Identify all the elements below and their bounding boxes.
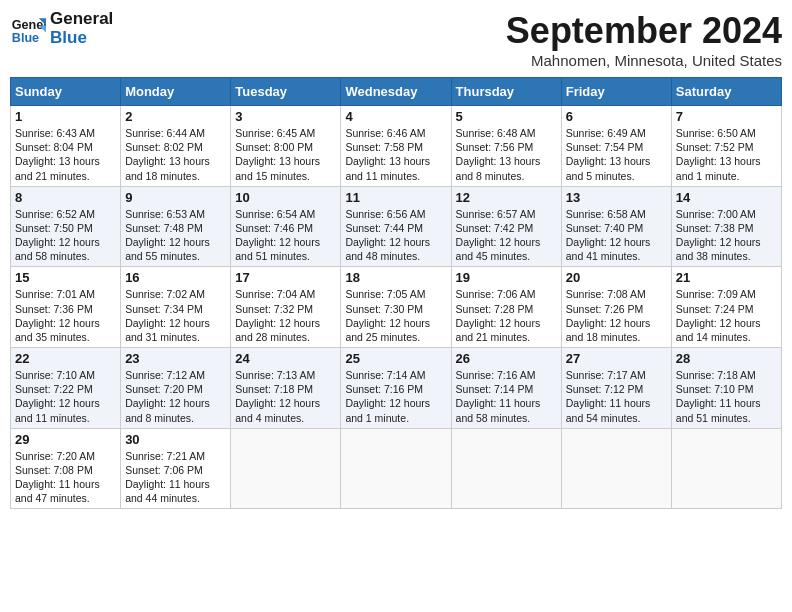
day-header-thursday: Thursday: [451, 78, 561, 106]
calendar-cell: 27Sunrise: 7:17 AM Sunset: 7:12 PM Dayli…: [561, 348, 671, 429]
day-number: 28: [676, 351, 777, 366]
day-info: Sunrise: 7:01 AM Sunset: 7:36 PM Dayligh…: [15, 287, 116, 344]
day-number: 24: [235, 351, 336, 366]
calendar-table: SundayMondayTuesdayWednesdayThursdayFrid…: [10, 77, 782, 509]
calendar-cell: 26Sunrise: 7:16 AM Sunset: 7:14 PM Dayli…: [451, 348, 561, 429]
logo-icon: General Blue: [10, 11, 46, 47]
calendar-cell: 29Sunrise: 7:20 AM Sunset: 7:08 PM Dayli…: [11, 428, 121, 509]
day-header-saturday: Saturday: [671, 78, 781, 106]
day-number: 21: [676, 270, 777, 285]
day-info: Sunrise: 7:21 AM Sunset: 7:06 PM Dayligh…: [125, 449, 226, 506]
day-info: Sunrise: 7:13 AM Sunset: 7:18 PM Dayligh…: [235, 368, 336, 425]
day-info: Sunrise: 7:04 AM Sunset: 7:32 PM Dayligh…: [235, 287, 336, 344]
calendar-cell: 28Sunrise: 7:18 AM Sunset: 7:10 PM Dayli…: [671, 348, 781, 429]
day-info: Sunrise: 7:06 AM Sunset: 7:28 PM Dayligh…: [456, 287, 557, 344]
calendar-cell: 15Sunrise: 7:01 AM Sunset: 7:36 PM Dayli…: [11, 267, 121, 348]
title-area: September 2024 Mahnomen, Minnesota, Unit…: [506, 10, 782, 69]
day-info: Sunrise: 7:08 AM Sunset: 7:26 PM Dayligh…: [566, 287, 667, 344]
day-number: 27: [566, 351, 667, 366]
day-number: 14: [676, 190, 777, 205]
day-number: 9: [125, 190, 226, 205]
calendar-header-row: SundayMondayTuesdayWednesdayThursdayFrid…: [11, 78, 782, 106]
day-number: 8: [15, 190, 116, 205]
day-info: Sunrise: 7:17 AM Sunset: 7:12 PM Dayligh…: [566, 368, 667, 425]
day-info: Sunrise: 7:00 AM Sunset: 7:38 PM Dayligh…: [676, 207, 777, 264]
calendar-cell: 23Sunrise: 7:12 AM Sunset: 7:20 PM Dayli…: [121, 348, 231, 429]
day-header-sunday: Sunday: [11, 78, 121, 106]
calendar-cell: 20Sunrise: 7:08 AM Sunset: 7:26 PM Dayli…: [561, 267, 671, 348]
day-number: 3: [235, 109, 336, 124]
day-info: Sunrise: 7:09 AM Sunset: 7:24 PM Dayligh…: [676, 287, 777, 344]
day-number: 12: [456, 190, 557, 205]
day-info: Sunrise: 6:56 AM Sunset: 7:44 PM Dayligh…: [345, 207, 446, 264]
calendar-cell: 1Sunrise: 6:43 AM Sunset: 8:04 PM Daylig…: [11, 106, 121, 187]
day-info: Sunrise: 6:57 AM Sunset: 7:42 PM Dayligh…: [456, 207, 557, 264]
calendar-cell: 5Sunrise: 6:48 AM Sunset: 7:56 PM Daylig…: [451, 106, 561, 187]
calendar-cell: 19Sunrise: 7:06 AM Sunset: 7:28 PM Dayli…: [451, 267, 561, 348]
calendar-cell: 9Sunrise: 6:53 AM Sunset: 7:48 PM Daylig…: [121, 186, 231, 267]
calendar-cell: 14Sunrise: 7:00 AM Sunset: 7:38 PM Dayli…: [671, 186, 781, 267]
calendar-cell: 3Sunrise: 6:45 AM Sunset: 8:00 PM Daylig…: [231, 106, 341, 187]
day-number: 16: [125, 270, 226, 285]
day-info: Sunrise: 6:45 AM Sunset: 8:00 PM Dayligh…: [235, 126, 336, 183]
calendar-cell: 12Sunrise: 6:57 AM Sunset: 7:42 PM Dayli…: [451, 186, 561, 267]
location: Mahnomen, Minnesota, United States: [506, 52, 782, 69]
calendar-cell: 4Sunrise: 6:46 AM Sunset: 7:58 PM Daylig…: [341, 106, 451, 187]
day-number: 11: [345, 190, 446, 205]
day-info: Sunrise: 7:16 AM Sunset: 7:14 PM Dayligh…: [456, 368, 557, 425]
calendar-cell: 2Sunrise: 6:44 AM Sunset: 8:02 PM Daylig…: [121, 106, 231, 187]
calendar-cell: 18Sunrise: 7:05 AM Sunset: 7:30 PM Dayli…: [341, 267, 451, 348]
day-header-monday: Monday: [121, 78, 231, 106]
day-info: Sunrise: 6:43 AM Sunset: 8:04 PM Dayligh…: [15, 126, 116, 183]
calendar-cell: 17Sunrise: 7:04 AM Sunset: 7:32 PM Dayli…: [231, 267, 341, 348]
day-number: 25: [345, 351, 446, 366]
day-header-tuesday: Tuesday: [231, 78, 341, 106]
day-number: 10: [235, 190, 336, 205]
day-info: Sunrise: 6:58 AM Sunset: 7:40 PM Dayligh…: [566, 207, 667, 264]
day-number: 22: [15, 351, 116, 366]
calendar-week-4: 22Sunrise: 7:10 AM Sunset: 7:22 PM Dayli…: [11, 348, 782, 429]
svg-text:Blue: Blue: [12, 30, 39, 44]
day-info: Sunrise: 7:10 AM Sunset: 7:22 PM Dayligh…: [15, 368, 116, 425]
day-info: Sunrise: 6:50 AM Sunset: 7:52 PM Dayligh…: [676, 126, 777, 183]
day-header-friday: Friday: [561, 78, 671, 106]
day-number: 26: [456, 351, 557, 366]
day-info: Sunrise: 6:49 AM Sunset: 7:54 PM Dayligh…: [566, 126, 667, 183]
calendar-week-5: 29Sunrise: 7:20 AM Sunset: 7:08 PM Dayli…: [11, 428, 782, 509]
day-info: Sunrise: 6:52 AM Sunset: 7:50 PM Dayligh…: [15, 207, 116, 264]
calendar-cell: 25Sunrise: 7:14 AM Sunset: 7:16 PM Dayli…: [341, 348, 451, 429]
day-info: Sunrise: 7:14 AM Sunset: 7:16 PM Dayligh…: [345, 368, 446, 425]
day-header-wednesday: Wednesday: [341, 78, 451, 106]
day-info: Sunrise: 7:05 AM Sunset: 7:30 PM Dayligh…: [345, 287, 446, 344]
day-number: 18: [345, 270, 446, 285]
month-title: September 2024: [506, 10, 782, 52]
day-number: 29: [15, 432, 116, 447]
calendar-cell: 22Sunrise: 7:10 AM Sunset: 7:22 PM Dayli…: [11, 348, 121, 429]
day-number: 23: [125, 351, 226, 366]
calendar-cell: [231, 428, 341, 509]
logo: General Blue General Blue: [10, 10, 113, 47]
calendar-week-2: 8Sunrise: 6:52 AM Sunset: 7:50 PM Daylig…: [11, 186, 782, 267]
day-number: 7: [676, 109, 777, 124]
calendar-cell: 11Sunrise: 6:56 AM Sunset: 7:44 PM Dayli…: [341, 186, 451, 267]
calendar-cell: 30Sunrise: 7:21 AM Sunset: 7:06 PM Dayli…: [121, 428, 231, 509]
calendar-cell: 16Sunrise: 7:02 AM Sunset: 7:34 PM Dayli…: [121, 267, 231, 348]
calendar-cell: [451, 428, 561, 509]
day-info: Sunrise: 6:54 AM Sunset: 7:46 PM Dayligh…: [235, 207, 336, 264]
page-header: General Blue General Blue September 2024…: [10, 10, 782, 69]
day-info: Sunrise: 7:18 AM Sunset: 7:10 PM Dayligh…: [676, 368, 777, 425]
day-info: Sunrise: 6:44 AM Sunset: 8:02 PM Dayligh…: [125, 126, 226, 183]
logo-line1: General: [50, 10, 113, 29]
day-number: 19: [456, 270, 557, 285]
calendar-cell: 24Sunrise: 7:13 AM Sunset: 7:18 PM Dayli…: [231, 348, 341, 429]
calendar-week-3: 15Sunrise: 7:01 AM Sunset: 7:36 PM Dayli…: [11, 267, 782, 348]
calendar-cell: [671, 428, 781, 509]
calendar-cell: 8Sunrise: 6:52 AM Sunset: 7:50 PM Daylig…: [11, 186, 121, 267]
day-number: 15: [15, 270, 116, 285]
calendar-cell: [341, 428, 451, 509]
day-info: Sunrise: 7:12 AM Sunset: 7:20 PM Dayligh…: [125, 368, 226, 425]
day-number: 30: [125, 432, 226, 447]
calendar-cell: 6Sunrise: 6:49 AM Sunset: 7:54 PM Daylig…: [561, 106, 671, 187]
day-number: 17: [235, 270, 336, 285]
day-number: 1: [15, 109, 116, 124]
